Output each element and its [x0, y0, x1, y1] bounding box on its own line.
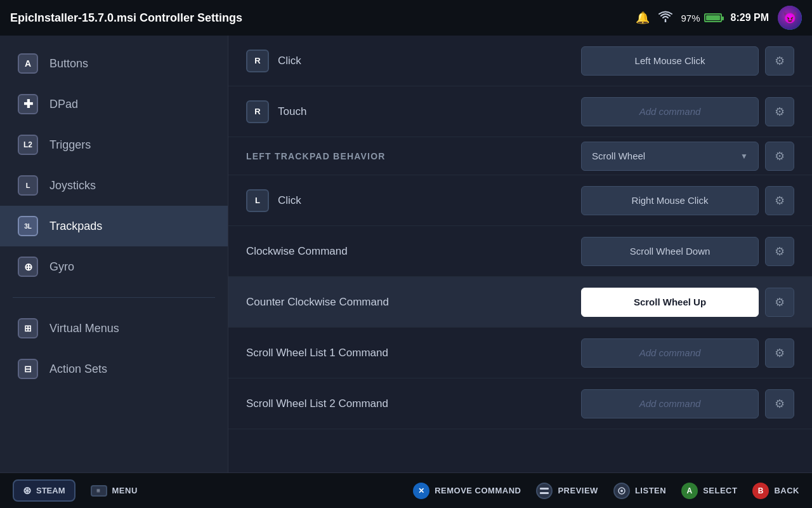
sidebar-item-trackpads[interactable]: 3L Trackpads: [0, 206, 228, 246]
listen-button-badge[interactable]: [613, 483, 630, 499]
l-click-badge: L: [246, 189, 269, 212]
click-top-command-button[interactable]: Left Mouse Click: [581, 46, 759, 76]
joysticks-icon: L: [18, 175, 38, 196]
click-left-gear-button[interactable]: ⚙: [765, 186, 794, 215]
wireless-icon: [658, 11, 672, 25]
row-scroll-list-2: Scroll Wheel List 2 Command Add command …: [228, 378, 812, 429]
row-clockwise: Clockwise Command Scroll Wheel Down ⚙: [228, 226, 812, 277]
virtual-menus-icon: ⊞: [18, 318, 38, 338]
clockwise-controls: Scroll Wheel Down ⚙: [581, 237, 794, 266]
left-trackpad-header-controls: Scroll Wheel ▼ ⚙: [581, 142, 794, 171]
sidebar-item-virtual-menus[interactable]: ⊞ Virtual Menus: [0, 308, 228, 349]
scroll-list-1-add-command-button[interactable]: Add command: [581, 338, 759, 368]
preview-button-badge[interactable]: [536, 483, 553, 499]
listen-label: LISTEN: [635, 486, 666, 495]
touch-label: R Touch: [246, 100, 581, 123]
back-label: BACK: [774, 486, 799, 495]
clockwise-command-button[interactable]: Scroll Wheel Down: [581, 237, 759, 266]
clockwise-gear-button[interactable]: ⚙: [765, 237, 794, 266]
row-click-left: L Click Right Mouse Click ⚙: [228, 175, 812, 226]
sidebar-item-triggers[interactable]: L2 Triggers: [0, 124, 228, 165]
steam-button[interactable]: ⊛ STEAM: [13, 479, 75, 502]
left-trackpad-section-label: LEFT TRACKPAD BEHAVIOR: [246, 151, 581, 161]
battery-icon: [704, 13, 722, 22]
row-click-top: R Click Left Mouse Click ⚙: [228, 36, 812, 86]
sidebar-label-gyro: Gyro: [49, 260, 74, 274]
sidebar-item-buttons[interactable]: A Buttons: [0, 43, 228, 84]
r-button-badge: R: [246, 50, 269, 72]
clock: 8:29 PM: [731, 12, 769, 23]
preview-control: PREVIEW: [536, 483, 598, 499]
click-left-command-button[interactable]: Right Mouse Click: [581, 186, 759, 215]
a-button-badge[interactable]: A: [681, 483, 698, 499]
menu-button-badge[interactable]: ≡: [91, 485, 107, 497]
steam-logo: ⊛: [23, 485, 31, 497]
x-button-badge[interactable]: ✕: [413, 483, 429, 499]
scroll-list-1-gear-button[interactable]: ⚙: [765, 338, 794, 368]
scroll-list-2-gear-button[interactable]: ⚙: [765, 389, 794, 418]
left-trackpad-behavior-dropdown[interactable]: Scroll Wheel ▼: [581, 142, 759, 171]
sidebar-item-action-sets[interactable]: ⊟ Action Sets: [0, 349, 228, 389]
touch-controls: Add command ⚙: [581, 97, 794, 126]
sidebar-label-dpad: DPad: [49, 98, 78, 111]
dropdown-arrow-icon: ▼: [740, 152, 748, 161]
triggers-icon: L2: [18, 135, 38, 155]
touch-add-command-button[interactable]: Add command: [581, 97, 759, 126]
sidebar-label-action-sets: Action Sets: [49, 363, 107, 376]
back-control: B BACK: [752, 483, 799, 499]
counter-clockwise-gear-button[interactable]: ⚙: [765, 288, 794, 317]
listen-control: LISTEN: [613, 483, 666, 499]
sidebar-item-joysticks[interactable]: L Joysticks: [0, 165, 228, 206]
battery-percent: 97%: [681, 13, 700, 23]
click-top-label: R Click: [246, 50, 581, 72]
sidebar-item-dpad[interactable]: ✚ DPad: [0, 84, 228, 124]
avatar[interactable]: 😈: [778, 6, 802, 30]
clockwise-label: Clockwise Command: [246, 245, 581, 258]
topbar: EpicInstaller-15.7.0.msi Controller Sett…: [0, 0, 812, 36]
trackpads-icon: 3L: [18, 216, 38, 236]
sidebar: A Buttons ✚ DPad L2 Triggers L Joysticks…: [0, 36, 228, 472]
content-area: R Click Left Mouse Click ⚙ R Touch Add c…: [228, 36, 812, 472]
sidebar-item-gyro[interactable]: ⊕ Gyro: [0, 246, 228, 287]
bottombar: ⊛ STEAM ≡ MENU ✕ REMOVE COMMAND PREVIEW …: [0, 472, 812, 508]
battery-indicator: 97%: [681, 13, 722, 23]
svg-rect-0: [540, 488, 549, 490]
click-top-gear-button[interactable]: ⚙: [765, 46, 794, 76]
scroll-list-2-label: Scroll Wheel List 2 Command: [246, 398, 581, 410]
click-top-controls: Left Mouse Click ⚙: [581, 46, 794, 76]
scroll-list-2-add-command-button[interactable]: Add command: [581, 389, 759, 418]
row-touch: R Touch Add command ⚙: [228, 86, 812, 137]
select-label: SELECT: [703, 486, 737, 495]
row-left-trackpad-header: LEFT TRACKPAD BEHAVIOR Scroll Wheel ▼ ⚙: [228, 137, 812, 175]
r-touch-badge: R: [246, 100, 269, 123]
left-trackpad-gear-button[interactable]: ⚙: [765, 142, 794, 171]
sidebar-divider: [13, 297, 215, 298]
sidebar-label-trackpads: Trackpads: [49, 220, 102, 233]
sidebar-label-buttons: Buttons: [49, 57, 88, 70]
remove-command-control: ✕ REMOVE COMMAND: [413, 483, 521, 499]
click-left-label: L Click: [246, 189, 581, 212]
sidebar-label-triggers: Triggers: [49, 138, 91, 152]
row-counter-clockwise: Counter Clockwise Command Scroll Wheel U…: [228, 277, 812, 328]
remove-command-label: REMOVE COMMAND: [435, 486, 521, 495]
menu-label: MENU: [112, 486, 138, 495]
preview-label: PREVIEW: [558, 486, 598, 495]
scroll-list-1-label: Scroll Wheel List 1 Command: [246, 347, 581, 359]
scroll-list-1-controls: Add command ⚙: [581, 338, 794, 368]
svg-rect-1: [540, 492, 549, 494]
select-control: A SELECT: [681, 483, 737, 499]
topbar-right: 🔔 97% 8:29 PM 😈: [636, 6, 802, 30]
scroll-list-2-controls: Add command ⚙: [581, 389, 794, 418]
b-button-badge[interactable]: B: [752, 483, 769, 499]
steam-label: STEAM: [36, 486, 65, 495]
sidebar-label-virtual-menus: Virtual Menus: [49, 322, 119, 335]
avatar-image: 😈: [778, 6, 802, 30]
buttons-icon: A: [18, 53, 38, 74]
row-scroll-list-1: Scroll Wheel List 1 Command Add command …: [228, 328, 812, 378]
touch-gear-button[interactable]: ⚙: [765, 97, 794, 126]
counter-clockwise-command-button[interactable]: Scroll Wheel Up: [581, 288, 759, 317]
counter-clockwise-label: Counter Clockwise Command: [246, 296, 581, 309]
topbar-title: EpicInstaller-15.7.0.msi Controller Sett…: [10, 11, 242, 25]
gyro-icon: ⊕: [18, 257, 38, 277]
counter-clockwise-controls: Scroll Wheel Up ⚙: [581, 288, 794, 317]
